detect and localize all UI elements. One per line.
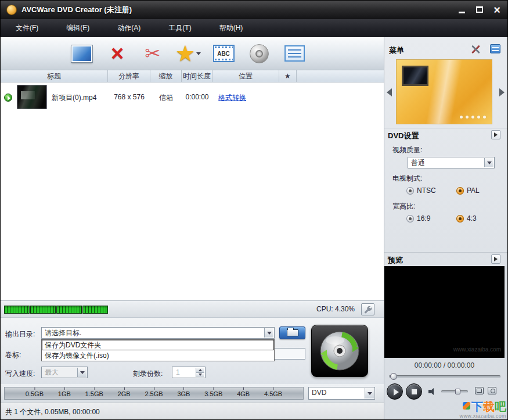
subtitle-abc-icon: ABC <box>213 45 235 62</box>
column-zoom[interactable]: 缩放 <box>150 70 182 82</box>
window-title: AVCWare DVD Creator (未注册) <box>21 5 132 15</box>
seek-slider[interactable] <box>389 375 500 378</box>
radio-4-3[interactable] <box>456 215 464 222</box>
volume-icon[interactable] <box>428 388 437 395</box>
folder-icon <box>287 329 298 336</box>
browse-folder-button[interactable] <box>279 326 305 339</box>
video-quality-dropdown-button[interactable] <box>484 158 493 167</box>
menu-layout-icon[interactable] <box>490 44 500 53</box>
play-button[interactable] <box>387 383 403 400</box>
aspect-ratio-label: 宽高比: <box>392 202 415 211</box>
preview-watermark: www.xiazaiba.com <box>453 346 501 353</box>
write-speed-value: 最大 <box>45 367 59 378</box>
site-watermark: 下载吧 www.xiazaiba.com <box>441 400 506 419</box>
menu-template-button[interactable]: ★ <box>175 41 201 66</box>
format-convert-link[interactable]: 格式转换 <box>218 93 246 103</box>
radio-16-9[interactable] <box>406 215 414 222</box>
vu-meter <box>82 306 108 314</box>
add-video-button[interactable] <box>69 41 95 66</box>
insert-play-icon[interactable] <box>4 94 12 102</box>
capacity-tick: 3GB <box>177 387 190 400</box>
close-icon: × <box>492 6 502 14</box>
copies-stepper[interactable]: 1 <box>172 367 206 378</box>
vu-meter <box>56 306 82 314</box>
radio-ntsc-label[interactable]: NTSC <box>417 186 436 195</box>
menu-next-button[interactable] <box>499 88 505 96</box>
output-dir-combobox[interactable]: 请选择目标. <box>41 327 275 339</box>
maximize-button[interactable] <box>475 6 484 14</box>
column-position[interactable]: 位置 <box>212 70 279 82</box>
radio-pal[interactable] <box>456 187 464 195</box>
write-speed-dropdown-button[interactable] <box>77 368 87 377</box>
volume-slider[interactable] <box>441 390 468 393</box>
file-list-empty-area <box>1 112 384 300</box>
menu-dots-decor <box>460 116 486 119</box>
dropdown-option-dvd-folder[interactable]: 保存为DVD文件夹 <box>42 340 274 350</box>
volume-thumb[interactable] <box>455 389 460 394</box>
burn-disc-button[interactable] <box>311 325 368 377</box>
radio-4-3-label[interactable]: 4:3 <box>467 214 477 222</box>
watermark-char: 吧 <box>495 400 506 413</box>
settings-button[interactable] <box>361 303 374 315</box>
preview-expand-button[interactable] <box>491 254 500 264</box>
close-button[interactable]: × <box>492 6 502 14</box>
capacity-tick: 0.5GB <box>26 387 44 400</box>
radio-pal-label[interactable]: PAL <box>467 186 480 195</box>
capacity-tick: 4GB <box>237 387 250 400</box>
table-row[interactable]: 新项目(0).mp4 768 x 576 信箱 0:00:00 格式转换 <box>1 82 384 112</box>
stepper-down-button[interactable] <box>196 373 204 378</box>
snapshot-icon[interactable] <box>488 387 496 394</box>
stop-button[interactable] <box>406 383 422 400</box>
menu-template-preview[interactable] <box>396 59 492 124</box>
file-duration: 0:00:00 <box>182 93 212 101</box>
video-quality-label: 视频质量: <box>392 145 422 155</box>
dvd-disc-icon <box>319 330 361 372</box>
column-duration[interactable]: 时间长度 <box>182 70 212 82</box>
seek-thumb[interactable] <box>390 373 397 380</box>
menu-help[interactable]: 帮助(H) <box>206 19 257 37</box>
output-dir-dropdown-button[interactable] <box>264 328 273 338</box>
radio-ntsc[interactable] <box>406 187 414 195</box>
video-quality-combobox[interactable]: 普通 <box>408 157 495 168</box>
column-star[interactable]: ★ <box>279 70 297 82</box>
chevron-down-icon <box>196 52 201 55</box>
menu-tools-icon[interactable] <box>470 44 481 55</box>
audio-track-button[interactable] <box>246 41 272 66</box>
stepper-up-button[interactable] <box>196 368 204 373</box>
watermark-char: 载 <box>483 400 495 413</box>
video-quality-value: 普通 <box>411 157 425 168</box>
menu-prev-button[interactable] <box>387 88 392 96</box>
chapter-button[interactable] <box>282 41 307 66</box>
column-title[interactable]: 标题 <box>1 70 108 82</box>
subtitle-button[interactable]: ABC <box>211 41 236 66</box>
radio-16-9-label[interactable]: 16:9 <box>417 214 430 222</box>
clip-video-button[interactable]: ✂ <box>140 41 165 66</box>
minimize-button[interactable] <box>457 6 467 14</box>
menu-action[interactable]: 动作(A) <box>103 19 154 37</box>
video-thumbnail[interactable] <box>17 85 47 109</box>
copies-value: 1 <box>176 367 180 378</box>
dvd-settings-expand-button[interactable] <box>491 130 500 139</box>
fullscreen-icon[interactable] <box>475 387 484 394</box>
disc-type-dropdown-button[interactable] <box>365 388 374 399</box>
add-video-icon <box>71 45 92 62</box>
menu-file[interactable]: 文件(F) <box>1 19 52 37</box>
vu-meter <box>4 306 30 314</box>
watermark-url: www.xiazaiba.com <box>441 413 506 419</box>
capacity-tick: 4.5GB <box>264 387 282 400</box>
chevron-down-icon <box>267 332 272 335</box>
vu-meter <box>30 306 56 314</box>
menu-tools[interactable]: 工具(T) <box>154 19 205 37</box>
remove-file-button[interactable]: × <box>105 41 130 66</box>
app-icon <box>6 5 17 15</box>
output-dir-dropdown-list: 保存为DVD文件夹 保存为镜像文件(.iso) <box>41 339 275 361</box>
volume-label: 卷标: <box>5 350 21 360</box>
watermark-brand: 下载吧 <box>441 400 506 413</box>
menu-edit[interactable]: 编辑(E) <box>52 19 103 37</box>
dropdown-option-iso[interactable]: 保存为镜像文件(.iso) <box>42 350 274 361</box>
disc-type-combobox[interactable]: DVD <box>308 387 375 400</box>
menu-section-title: 菜单 <box>389 45 404 56</box>
write-speed-combobox[interactable]: 最大 <box>41 367 88 378</box>
column-resolution[interactable]: 分辨率 <box>108 70 150 82</box>
statusbar: 共 1 个文件, 0.05MB, 00:00:00 <box>1 403 384 420</box>
